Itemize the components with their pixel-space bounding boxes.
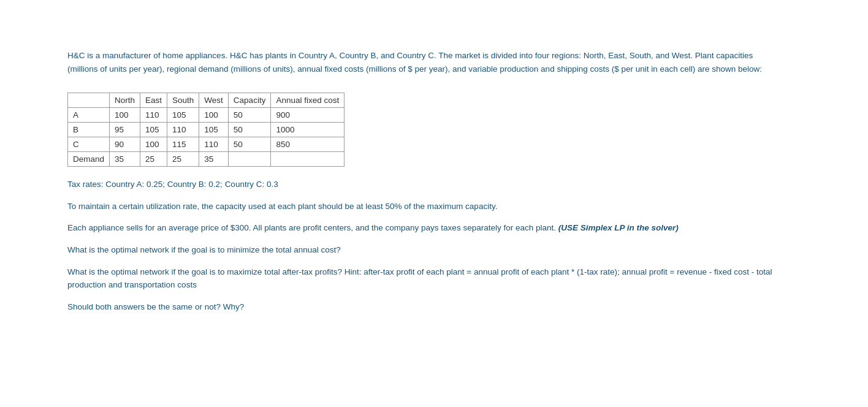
row-a-label: A bbox=[68, 108, 110, 123]
header-fixed-cost: Annual fixed cost bbox=[271, 93, 345, 108]
row-c-fixed-cost: 850 bbox=[271, 137, 345, 152]
header-capacity: Capacity bbox=[228, 93, 271, 108]
table-row: Demand 35 25 25 35 bbox=[68, 152, 345, 167]
intro-line2: (millions of units per year), regional d… bbox=[67, 64, 762, 74]
utilization-text: To maintain a certain utilization rate, … bbox=[67, 200, 801, 213]
row-b-capacity: 50 bbox=[228, 123, 271, 137]
row-a-west: 100 bbox=[199, 108, 229, 123]
table-row: C 90 100 115 110 50 850 bbox=[68, 137, 345, 152]
price-text-bold: (USE Simplex LP in the solver) bbox=[558, 223, 679, 232]
price-text-plain: Each appliance sells for an average pric… bbox=[67, 223, 556, 232]
row-c-label: C bbox=[68, 137, 110, 152]
intro-line1: H&C is a manufacturer of home appliances… bbox=[67, 51, 753, 60]
row-b-north: 95 bbox=[110, 123, 140, 137]
price-text: Each appliance sells for an average pric… bbox=[67, 221, 801, 235]
header-north: North bbox=[110, 93, 140, 108]
intro-paragraph: H&C is a manufacturer of home appliances… bbox=[67, 49, 801, 75]
row-demand-north: 35 bbox=[110, 152, 140, 167]
optimal-cost-question: What is the optimal network if the goal … bbox=[67, 243, 801, 257]
table-row: A 100 110 105 100 50 900 bbox=[68, 108, 345, 123]
row-a-east: 110 bbox=[140, 108, 167, 123]
row-demand-label: Demand bbox=[68, 152, 110, 167]
row-c-south: 115 bbox=[167, 137, 199, 152]
data-table-wrapper: North East South West Capacity Annual fi… bbox=[67, 93, 801, 167]
row-a-south: 105 bbox=[167, 108, 199, 123]
row-b-south: 110 bbox=[167, 123, 199, 137]
table-row: B 95 105 110 105 50 1000 bbox=[68, 123, 345, 137]
same-question: Should both answers be the same or not? … bbox=[67, 300, 801, 314]
capacity-table: North East South West Capacity Annual fi… bbox=[67, 93, 345, 167]
header-empty bbox=[68, 93, 110, 108]
header-west: West bbox=[199, 93, 229, 108]
row-demand-east: 25 bbox=[140, 152, 167, 167]
row-c-capacity: 50 bbox=[228, 137, 271, 152]
header-south: South bbox=[167, 93, 199, 108]
row-demand-south: 25 bbox=[167, 152, 199, 167]
row-a-fixed-cost: 900 bbox=[271, 108, 345, 123]
table-header-row: North East South West Capacity Annual fi… bbox=[68, 93, 345, 108]
row-c-north: 90 bbox=[110, 137, 140, 152]
row-c-west: 110 bbox=[199, 137, 229, 152]
row-b-label: B bbox=[68, 123, 110, 137]
row-demand-west: 35 bbox=[199, 152, 229, 167]
row-b-fixed-cost: 1000 bbox=[271, 123, 345, 137]
row-demand-capacity bbox=[228, 152, 271, 167]
row-b-west: 105 bbox=[199, 123, 229, 137]
row-c-east: 100 bbox=[140, 137, 167, 152]
tax-rates-text: Tax rates: Country A: 0.25; Country B: 0… bbox=[67, 178, 801, 191]
row-b-east: 105 bbox=[140, 123, 167, 137]
row-demand-fixed-cost bbox=[271, 152, 345, 167]
row-a-north: 100 bbox=[110, 108, 140, 123]
row-a-capacity: 50 bbox=[228, 108, 271, 123]
optimal-profit-question: What is the optimal network if the goal … bbox=[67, 265, 801, 292]
header-east: East bbox=[140, 93, 167, 108]
